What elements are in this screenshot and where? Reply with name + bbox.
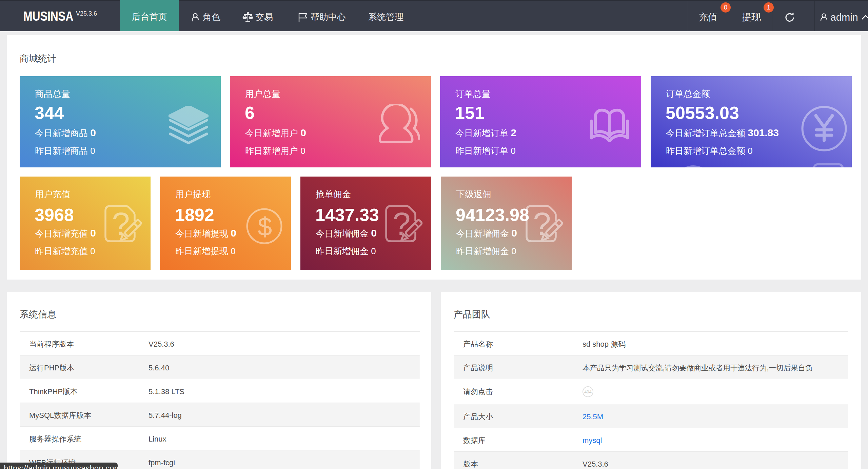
svg-text:$: $ bbox=[258, 212, 272, 241]
